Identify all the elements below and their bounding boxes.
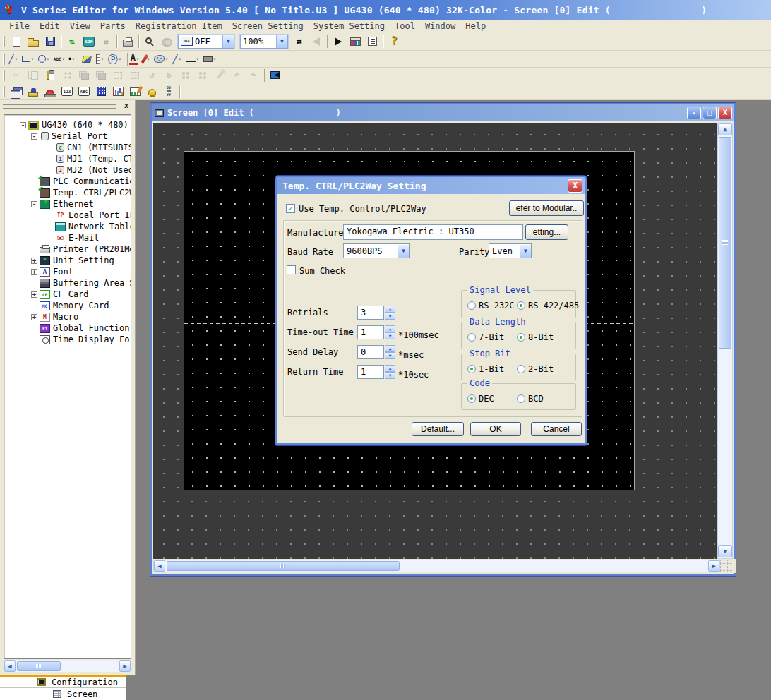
save-button[interactable]	[42, 34, 59, 49]
graph-button[interactable]	[109, 84, 126, 99]
forward-button[interactable]	[330, 34, 347, 49]
radio-selected-icon[interactable]	[467, 365, 476, 373]
text-tool-button[interactable]: ABC▾	[53, 52, 68, 67]
keypad-button[interactable]	[92, 84, 109, 99]
tree-item-printer-pr201monoch[interactable]: Printer (PR201Monoch	[4, 243, 131, 255]
dropdown-caret-icon[interactable]: ▾	[165, 56, 171, 62]
open-button[interactable]	[25, 34, 42, 49]
window-button[interactable]	[8, 84, 25, 99]
radio-1-bit[interactable]: 1-Bit	[467, 364, 504, 374]
spin-up-icon[interactable]: ▲	[385, 365, 395, 372]
dropdown-caret-icon[interactable]: ▾	[119, 56, 124, 62]
spin-down-icon[interactable]: ▼	[385, 332, 395, 339]
manufacture-field[interactable]: Yokogawa Electric : UT350	[343, 224, 523, 240]
transfer-button[interactable]: ⇅	[64, 34, 80, 49]
time-out-time-field[interactable]: 1	[357, 325, 384, 339]
menu-system-setting[interactable]: System Setting	[309, 21, 390, 31]
trend-button[interactable]	[126, 84, 143, 99]
tree-item-cn1-mitsubishi-e[interactable]: CCN1 (MITSUBISHI E	[4, 142, 131, 153]
menu-tool[interactable]: Tool	[390, 21, 420, 31]
tree-item-mj1-temp-ctrl-p[interactable]: 1MJ1 (Temp. CTRL/P	[4, 153, 131, 164]
menu-file[interactable]: File	[4, 21, 35, 31]
radio-unselected-icon[interactable]	[517, 365, 525, 373]
dialog-close-icon[interactable]: X	[568, 179, 582, 193]
spin-down-icon[interactable]: ▼	[385, 372, 395, 379]
tree-item-temp-ctrl-plc2way[interactable]: Temp. CTRL/PLC2Way	[4, 187, 131, 198]
collapse-icon[interactable]: -	[20, 122, 26, 128]
sum-check-checkbox[interactable]	[287, 265, 296, 274]
menu-parts[interactable]: Parts	[95, 21, 131, 31]
tree-item-serial-port[interactable]: -Serial Port	[4, 131, 131, 142]
tree-item-plc-communication-m[interactable]: PLC Communication (M	[4, 176, 131, 187]
select-screen-button[interactable]	[267, 68, 284, 83]
chevron-down-icon[interactable]: ▼	[398, 245, 409, 258]
zoom-button[interactable]	[141, 34, 158, 49]
rect-tool-button[interactable]: ▾	[21, 52, 37, 67]
menu-edit[interactable]: Edit	[35, 21, 65, 31]
date-button[interactable]: DD MM YY	[160, 84, 177, 99]
pen-tool-button[interactable]: ▾	[143, 52, 153, 67]
scroll-down-icon[interactable]: ▼	[718, 545, 732, 557]
fill-style-button[interactable]: ▾	[203, 52, 220, 67]
tree-item-global-function-swi[interactable]: F1Global Function Swi	[4, 322, 131, 334]
menu-registration-item[interactable]: Registration Item	[131, 21, 227, 31]
paste-button[interactable]	[42, 68, 59, 83]
spin-down-icon[interactable]: ▼	[385, 352, 395, 359]
use-temp-checkbox[interactable]: ✓	[286, 204, 295, 213]
setting-button[interactable]: etting...	[525, 224, 568, 240]
menu-window[interactable]: Window	[420, 21, 460, 31]
line-tool-button[interactable]: ╱▾	[8, 52, 21, 67]
circle-tool-button[interactable]: ▾	[37, 52, 53, 67]
dropdown-caret-icon[interactable]: ▾	[196, 56, 202, 62]
print-button[interactable]	[119, 34, 136, 49]
panel-close-icon[interactable]: x	[122, 102, 131, 110]
sim-button[interactable]: SIM	[80, 34, 97, 49]
dropdown-caret-icon[interactable]: ▾	[15, 56, 20, 62]
tree-item-macro[interactable]: +MMacro	[4, 311, 131, 322]
send-delay-field[interactable]: 0	[357, 345, 384, 359]
radio-7-bit[interactable]: 7-Bit	[467, 332, 504, 342]
spin-down-icon[interactable]: ▼	[385, 313, 395, 320]
line-width-button[interactable]: ▾	[185, 52, 203, 67]
ruler-tool-button[interactable]: ▾	[95, 52, 107, 67]
scroll-left-icon[interactable]: ◀	[154, 560, 165, 572]
radio-unselected-icon[interactable]	[517, 394, 525, 403]
palette-tool-button[interactable]: ▾	[153, 52, 172, 67]
radio-rs-232c[interactable]: RS-232C	[467, 301, 515, 310]
tree-item-font[interactable]: +AFont	[4, 266, 131, 277]
bell-button[interactable]	[143, 84, 160, 99]
expand-icon[interactable]: +	[31, 269, 37, 275]
maximize-button[interactable]: □	[703, 107, 717, 119]
tree-item-network-table[interactable]: Network Table	[4, 221, 131, 232]
tree-item-cf-card[interactable]: +CFCF Card	[4, 289, 131, 300]
screen-edit-titlebar[interactable]: Screen [0] Edit ( ) - □ X	[152, 104, 734, 121]
scroll-up-icon[interactable]: ▲	[718, 123, 732, 135]
retrials-field[interactable]: 3	[357, 306, 384, 320]
radio-unselected-icon[interactable]	[467, 333, 476, 342]
ok-button[interactable]: OK	[470, 422, 521, 436]
menu-help[interactable]: Help	[460, 21, 491, 31]
dropdown-caret-icon[interactable]: ▾	[62, 56, 68, 62]
menu-view[interactable]: View	[65, 21, 95, 31]
panel-grip[interactable]	[3, 104, 116, 110]
chevron-down-icon[interactable]: ▼	[276, 35, 287, 48]
tree-hscroll-thumb[interactable]	[17, 661, 61, 671]
dropdown-caret-icon[interactable]: ▾	[179, 56, 184, 62]
collapse-icon[interactable]: -	[31, 201, 37, 207]
dialog-titlebar[interactable]: Temp. CTRL/PLC2Way Setting X	[277, 177, 585, 194]
expand-icon[interactable]: +	[31, 314, 37, 320]
radio-8-bit[interactable]: 8-Bit	[517, 332, 554, 342]
zoom-level-combo[interactable]: 100%▼	[240, 35, 288, 49]
tree-item-local-port-ip-ad[interactable]: IPLocal Port IP Ad	[4, 210, 131, 221]
chevron-down-icon[interactable]: ▼	[222, 35, 234, 48]
paint-tool-button[interactable]	[78, 52, 95, 67]
spin-up-icon[interactable]: ▲	[385, 306, 395, 313]
radio-bcd[interactable]: BCD	[517, 394, 544, 404]
tree-item-buffering-area-sett[interactable]: Buffering Area Sett	[4, 277, 131, 289]
refer-to-modular-button[interactable]: efer to Modular..	[509, 200, 584, 216]
scroll-right-icon[interactable]: ▶	[708, 560, 719, 572]
item-list-button[interactable]	[364, 34, 381, 49]
new-button[interactable]	[8, 34, 25, 49]
tree-item-time-display-format[interactable]: Time Display Format	[4, 334, 131, 345]
collapse-icon[interactable]: -	[31, 133, 37, 140]
